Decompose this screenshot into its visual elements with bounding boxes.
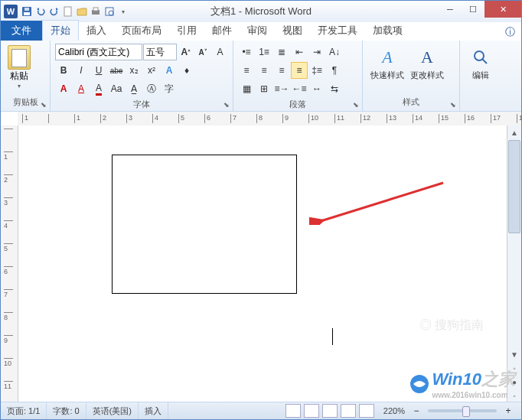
- increase-indent-button[interactable]: ⇥: [308, 44, 325, 60]
- view-shortcuts: [281, 404, 379, 418]
- highlight-button[interactable]: A: [55, 80, 72, 97]
- open-icon[interactable]: [76, 5, 88, 18]
- fullscreen-view-button[interactable]: [304, 404, 319, 418]
- status-insert-mode[interactable]: 插入: [139, 402, 168, 419]
- redo-icon[interactable]: [48, 5, 60, 18]
- status-language[interactable]: 英语(美国): [86, 402, 139, 419]
- print-layout-view-button[interactable]: [285, 404, 301, 418]
- print-icon[interactable]: [90, 5, 102, 18]
- paste-button[interactable]: 粘贴 ▾: [4, 42, 34, 90]
- align-center-button[interactable]: ≡: [256, 62, 272, 79]
- align-right-button[interactable]: ≡: [273, 62, 290, 79]
- bold-button[interactable]: B: [55, 62, 72, 79]
- next-page-icon[interactable]: ◦: [507, 389, 521, 402]
- preview-icon[interactable]: [103, 5, 116, 18]
- scroll-down-icon[interactable]: ▼: [507, 347, 521, 361]
- draft-view-button[interactable]: [359, 404, 374, 418]
- document-canvas[interactable]: ◎ 搜狗指南: [18, 125, 507, 402]
- tab-layout[interactable]: 页面布局: [114, 21, 169, 41]
- justify-button[interactable]: ≡: [291, 62, 308, 79]
- char-border-button[interactable]: Ⓐ: [143, 80, 160, 97]
- change-styles-button[interactable]: A 更改样式: [409, 45, 445, 81]
- change-styles-label: 更改样式: [410, 70, 444, 81]
- grow-font-button[interactable]: A˄: [178, 44, 194, 60]
- asian-justify-button[interactable]: ⇆: [326, 80, 343, 97]
- tab-file[interactable]: 文件: [1, 21, 42, 41]
- subscript-button[interactable]: x₂: [126, 62, 142, 79]
- paragraph-launcher-icon[interactable]: ⬊: [351, 100, 361, 109]
- decrease-indent-button[interactable]: ⇤: [291, 44, 308, 60]
- bullets-button[interactable]: •≡: [238, 44, 255, 60]
- superscript-button[interactable]: x²: [143, 62, 160, 79]
- vertical-ruler[interactable]: 1234567891011: [1, 125, 18, 402]
- font-launcher-icon[interactable]: ⬊: [222, 100, 231, 109]
- line-spacing-button[interactable]: ‡≡: [308, 62, 325, 79]
- zoom-out-button[interactable]: −: [408, 402, 425, 419]
- rectangle-shape[interactable]: [112, 155, 297, 294]
- scroll-up-icon[interactable]: ▲: [507, 125, 521, 139]
- clipboard-launcher-icon[interactable]: ⬊: [39, 100, 48, 109]
- tab-references[interactable]: 引用: [169, 21, 204, 41]
- tab-review[interactable]: 审阅: [240, 21, 275, 41]
- qat-more-icon[interactable]: ▾: [117, 5, 129, 18]
- scroll-thumb[interactable]: [508, 140, 520, 233]
- italic-button[interactable]: I: [73, 62, 90, 79]
- app-window: W ▾ 文档1 - Microsoft Word ─ ☐ ✕ 文件 开始 插入 …: [0, 0, 522, 420]
- new-icon[interactable]: [62, 5, 74, 18]
- zoom-level[interactable]: 220%: [383, 406, 405, 415]
- web-layout-view-button[interactable]: [322, 404, 338, 418]
- asian-layout-button[interactable]: 字: [161, 80, 178, 97]
- font-name-combo[interactable]: Calibri (西文正文): [55, 44, 142, 60]
- char-shading-button[interactable]: Aa: [108, 80, 125, 97]
- zoom-in-button[interactable]: +: [500, 402, 517, 419]
- paste-dropdown-icon[interactable]: ▾: [18, 83, 21, 90]
- save-icon[interactable]: [21, 5, 33, 18]
- shrink-font-button[interactable]: A˅: [195, 44, 211, 60]
- tab-mailings[interactable]: 邮件: [204, 21, 240, 41]
- zoom-slider[interactable]: [428, 409, 497, 412]
- minimize-button[interactable]: ─: [439, 1, 462, 18]
- clear-formatting-button[interactable]: ♦: [178, 62, 195, 79]
- prev-page-icon[interactable]: ◦: [507, 361, 521, 375]
- strike-button[interactable]: abe: [108, 62, 125, 79]
- quick-styles-button[interactable]: A 快速样式: [369, 45, 406, 81]
- status-page[interactable]: 页面: 1/1: [1, 402, 47, 419]
- align-left-button[interactable]: ≡: [238, 62, 255, 79]
- close-button[interactable]: ✕: [484, 1, 521, 18]
- svg-rect-2: [24, 8, 29, 11]
- shading-button[interactable]: ▦: [238, 80, 255, 97]
- horizontal-ruler[interactable]: 1123456789101112131415161718: [18, 112, 521, 126]
- outline-view-button[interactable]: [341, 404, 356, 418]
- tab-addins[interactable]: 加载项: [365, 21, 410, 41]
- tab-developer[interactable]: 开发工具: [310, 21, 365, 41]
- editing-button[interactable]: 编辑: [466, 45, 495, 81]
- change-case-button[interactable]: A: [212, 44, 228, 60]
- font-size-combo[interactable]: 五号: [143, 44, 178, 60]
- tab-view[interactable]: 视图: [275, 21, 310, 41]
- browse-object-icon[interactable]: ●: [507, 375, 521, 389]
- undo-icon[interactable]: [34, 5, 47, 18]
- help-icon[interactable]: ⓘ: [505, 25, 515, 39]
- maximize-button[interactable]: ☐: [462, 1, 484, 18]
- tab-insert[interactable]: 插入: [79, 21, 114, 41]
- sort-button[interactable]: A↓: [326, 44, 343, 60]
- numbering-button[interactable]: 1≡: [256, 44, 272, 60]
- vertical-scrollbar[interactable]: ▲ ▼ ◦ ● ◦: [507, 125, 521, 402]
- zoom-slider-thumb[interactable]: [462, 406, 470, 417]
- phonetic-button[interactable]: A: [73, 80, 90, 97]
- underline-button[interactable]: U: [90, 62, 107, 79]
- show-marks-button[interactable]: ¶: [326, 62, 343, 79]
- group-editing: 编辑: [460, 41, 501, 111]
- rtl-button[interactable]: ←≡: [291, 80, 308, 97]
- multilevel-button[interactable]: ≣: [273, 44, 290, 60]
- borders-button[interactable]: ⊞: [256, 80, 272, 97]
- ltr-button[interactable]: ≡→: [273, 80, 290, 97]
- text-effects-button[interactable]: A: [161, 62, 178, 79]
- tab-home[interactable]: 开始: [42, 20, 79, 41]
- styles-launcher-icon[interactable]: ⬊: [449, 100, 458, 109]
- font-color-button[interactable]: A: [90, 80, 107, 97]
- clipboard-icon: [8, 45, 31, 70]
- enclose-button[interactable]: A̲: [126, 80, 142, 97]
- status-word-count[interactable]: 字数: 0: [47, 402, 86, 419]
- distribute-button[interactable]: ↔: [308, 80, 325, 97]
